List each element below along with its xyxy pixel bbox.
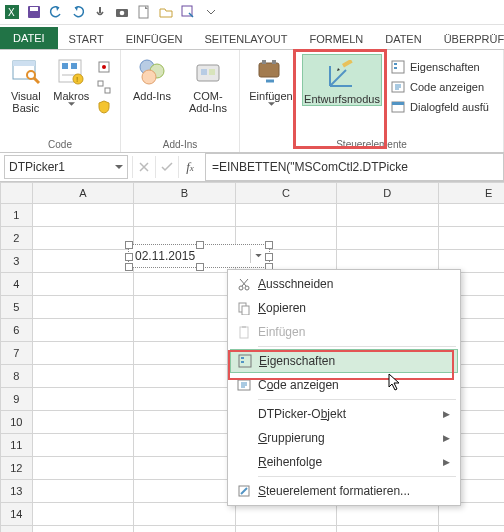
makros-button[interactable]: ! Makros (50, 52, 94, 106)
tab-daten[interactable]: DATEN (374, 28, 432, 49)
resize-handle[interactable] (265, 253, 273, 261)
addins-button[interactable]: Add-Ins (125, 52, 179, 102)
run-dialog-button[interactable]: Dialogfeld ausfü (390, 98, 489, 116)
cell[interactable] (134, 342, 235, 365)
cm-dtpicker-object[interactable]: DTPicker-Objekt ▶ (230, 402, 458, 426)
col-header[interactable]: D (337, 183, 438, 204)
row-header[interactable]: 9 (1, 388, 33, 411)
com-addins-button[interactable]: COM-Add-Ins (181, 52, 235, 114)
row-header[interactable]: 3 (1, 250, 33, 273)
touch-mode-icon[interactable] (92, 4, 108, 20)
cell[interactable] (337, 204, 438, 227)
cm-view-code[interactable]: Code anzeigen (230, 373, 458, 397)
row-header[interactable]: 4 (1, 273, 33, 296)
cell[interactable] (337, 227, 438, 250)
cell[interactable] (32, 411, 133, 434)
cell[interactable] (134, 365, 235, 388)
tab-formeln[interactable]: FORMELN (298, 28, 374, 49)
redo-icon[interactable] (70, 4, 86, 20)
tab-start[interactable]: START (58, 28, 115, 49)
save-icon[interactable] (26, 4, 42, 20)
cell[interactable] (438, 526, 504, 533)
col-header[interactable]: C (235, 183, 336, 204)
resize-handle[interactable] (125, 263, 133, 271)
insert-function-button[interactable]: fx (178, 156, 201, 178)
row-header[interactable]: 11 (1, 434, 33, 457)
cell[interactable] (134, 204, 235, 227)
cell[interactable] (32, 503, 133, 526)
row-header[interactable]: 2 (1, 227, 33, 250)
cell[interactable] (235, 204, 336, 227)
cm-cut[interactable]: Ausschneiden (230, 272, 458, 296)
resize-handle[interactable] (125, 241, 133, 249)
resize-handle[interactable] (196, 263, 204, 271)
row-header[interactable]: 13 (1, 480, 33, 503)
col-header[interactable]: B (134, 183, 235, 204)
cell[interactable] (134, 434, 235, 457)
cell[interactable] (134, 526, 235, 533)
cell[interactable] (32, 480, 133, 503)
new-icon[interactable] (136, 4, 152, 20)
name-box[interactable]: DTPicker1 (4, 155, 128, 179)
cell[interactable] (134, 411, 235, 434)
relative-refs-button[interactable] (97, 78, 114, 96)
tab-ueberpruefen[interactable]: ÜBERPRÜF (433, 28, 504, 49)
tab-seitenlayout[interactable]: SEITENLAYOUT (193, 28, 298, 49)
cell[interactable] (134, 480, 235, 503)
cell[interactable] (134, 388, 235, 411)
row-header[interactable]: 15 (1, 526, 33, 533)
row-header[interactable]: 8 (1, 365, 33, 388)
cell[interactable] (134, 457, 235, 480)
view-code-button[interactable]: Code anzeigen (390, 78, 489, 96)
resize-handle[interactable] (265, 241, 273, 249)
cell[interactable] (32, 457, 133, 480)
cell[interactable] (438, 227, 504, 250)
qat-customize-icon[interactable] (202, 0, 220, 24)
cell[interactable] (32, 227, 133, 250)
tab-einfuegen[interactable]: EINFÜGEN (115, 28, 194, 49)
row-header[interactable]: 5 (1, 296, 33, 319)
insert-control-button[interactable]: Einfügen (244, 52, 298, 106)
formula-input[interactable]: =EINBETTEN("MSComCtl2.DTPicke (205, 153, 504, 181)
cm-order[interactable]: Reihenfolge ▶ (230, 450, 458, 474)
formula-enter-button[interactable] (155, 156, 178, 178)
tab-file[interactable]: DATEI (0, 27, 58, 49)
properties-button[interactable]: Eigenschaften (390, 58, 489, 76)
resize-handle[interactable] (125, 253, 133, 261)
cell[interactable] (438, 204, 504, 227)
cell[interactable] (337, 526, 438, 533)
design-mode-button[interactable]: Entwurfsmodus (302, 54, 382, 106)
row-header[interactable]: 14 (1, 503, 33, 526)
open-icon[interactable] (158, 4, 174, 20)
cell[interactable] (32, 365, 133, 388)
record-macro-button[interactable] (97, 58, 114, 76)
save-as-icon[interactable] (180, 4, 196, 20)
select-all-corner[interactable] (1, 183, 33, 204)
cell[interactable] (134, 296, 235, 319)
row-header[interactable]: 7 (1, 342, 33, 365)
camera-icon[interactable] (114, 4, 130, 20)
cm-format-control[interactable]: Steuerelement formatieren... (230, 479, 458, 503)
cell[interactable] (32, 250, 133, 273)
cell[interactable] (32, 388, 133, 411)
visual-basic-button[interactable]: VisualBasic (4, 52, 48, 114)
formula-cancel-button[interactable] (132, 156, 155, 178)
cell[interactable] (235, 526, 336, 533)
cell[interactable] (134, 503, 235, 526)
cm-copy[interactable]: Kopieren (230, 296, 458, 320)
dtpicker-control[interactable]: 02.11.2015 (128, 244, 270, 268)
col-header[interactable]: A (32, 183, 133, 204)
cell[interactable] (32, 319, 133, 342)
row-header[interactable]: 6 (1, 319, 33, 342)
cell[interactable] (32, 434, 133, 457)
cell[interactable] (32, 204, 133, 227)
row-header[interactable]: 10 (1, 411, 33, 434)
resize-handle[interactable] (196, 241, 204, 249)
cell[interactable] (32, 296, 133, 319)
cell[interactable] (134, 273, 235, 296)
cell[interactable] (32, 273, 133, 296)
col-header[interactable]: E (438, 183, 504, 204)
cell[interactable] (32, 526, 133, 533)
row-header[interactable]: 1 (1, 204, 33, 227)
macro-security-button[interactable] (97, 98, 114, 116)
